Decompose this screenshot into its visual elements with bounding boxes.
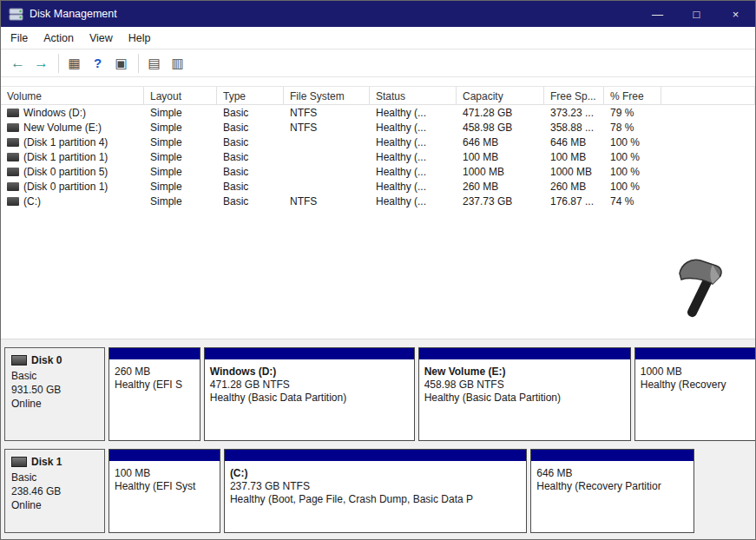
disk0-row: Disk 0 Basic 931.50 GB Online 260 MB Hea… [4, 347, 755, 441]
partition-efi-disk1[interactable]: 100 MB Healthy (EFI Syst [108, 449, 220, 533]
partition-label: 1000 MB Healthy (Recovery [635, 359, 756, 392]
graphical-view: Disk 0 Basic 931.50 GB Online 260 MB Hea… [1, 339, 755, 539]
cell-pct-free: 100 % [604, 181, 661, 193]
column-header-file-system[interactable]: File System [284, 87, 370, 104]
partition-c[interactable]: (C:) 237.73 GB NTFS Healthy (Boot, Page … [224, 449, 527, 533]
cell-free-space: 373.23 ... [544, 107, 604, 119]
console-tree-icon[interactable]: ▦ [63, 53, 85, 74]
cell-file-system: NTFS [284, 122, 370, 134]
back-arrow-icon[interactable]: ← [7, 53, 29, 74]
cell-status: Healthy (... [370, 181, 457, 193]
cell-status: Healthy (... [370, 151, 457, 163]
cell-type: Basic [217, 195, 284, 207]
cell-capacity: 458.98 GB [457, 122, 544, 134]
partition-health: Healthy (EFI Syst [115, 480, 214, 493]
partition-size: 237.73 GB NTFS [230, 480, 521, 493]
column-header-layout[interactable]: Layout [144, 87, 217, 104]
views-icon[interactable]: ▤ [143, 53, 165, 74]
volume-name: (Disk 0 partition 1) [23, 181, 108, 193]
disk-status: Online [11, 498, 98, 512]
partition-title: New Volume (E:) [424, 365, 625, 379]
action-pane-icon[interactable]: ▣ [110, 53, 132, 74]
forward-arrow-icon[interactable]: → [30, 53, 52, 74]
toolbar-separator [58, 54, 59, 73]
column-header-pct-free[interactable]: % Free [604, 87, 661, 104]
window-title: Disk Management [30, 8, 638, 20]
cell-capacity: 237.73 GB [457, 195, 544, 207]
menu-item-file[interactable]: File [3, 27, 36, 49]
close-button[interactable]: × [716, 1, 755, 27]
table-row[interactable]: (C:) Simple Basic NTFS Healthy (... 237.… [1, 194, 755, 208]
cell-pct-free: 79 % [604, 107, 661, 119]
disk0-info-panel[interactable]: Disk 0 Basic 931.50 GB Online [4, 347, 105, 441]
column-header-extra [661, 87, 755, 104]
partition-health: Healthy (Basic Data Partition) [424, 392, 625, 405]
disk-size: 238.46 GB [11, 484, 98, 498]
cell-status: Healthy (... [370, 122, 457, 134]
menu-item-action[interactable]: Action [36, 27, 82, 49]
cell-capacity: 1000 MB [457, 166, 544, 178]
table-row[interactable]: Windows (D:) Simple Basic NTFS Healthy (… [1, 105, 755, 120]
volume-icon [7, 123, 19, 132]
menu-item-view[interactable]: View [82, 27, 121, 49]
cell-layout: Simple [144, 166, 217, 178]
help-icon[interactable]: ? [87, 53, 108, 74]
partition-health: Healthy (EFI S [115, 379, 194, 392]
volume-name: Windows (D:) [23, 107, 86, 119]
partition-windows-d[interactable]: Windows (D:) 471.28 GB NTFS Healthy (Bas… [204, 347, 415, 441]
cell-status: Healthy (... [370, 195, 457, 207]
disk0-partitions: 260 MB Healthy (EFI S Windows (D:) 471.2… [108, 347, 755, 441]
partition-health: Healthy (Recovery [641, 379, 756, 392]
properties-icon[interactable]: ▥ [167, 53, 188, 74]
partition-health: Healthy (Boot, Page File, Crash Dump, Ba… [230, 493, 521, 506]
toolbar-separator [138, 54, 139, 73]
cell-type: Basic [217, 136, 284, 148]
volume-icon [7, 153, 19, 161]
table-header: Volume Layout Type File System Status Ca… [1, 86, 755, 105]
column-header-status[interactable]: Status [370, 87, 457, 104]
volume-name: (Disk 1 partition 4) [23, 136, 108, 148]
partition-health: Healthy (Basic Data Partition) [210, 392, 409, 405]
titlebar[interactable]: Disk Management — □ × [1, 1, 755, 27]
disk-management-window: Disk Management — □ × File Action View H… [0, 0, 756, 540]
cell-free-space: 646 MB [544, 136, 604, 148]
partition-efi-disk0[interactable]: 260 MB Healthy (EFI S [108, 347, 201, 441]
cell-pct-free: 78 % [604, 122, 661, 134]
disk-kind: Basic [11, 471, 98, 484]
partition-new-volume-e[interactable]: New Volume (E:) 458.98 GB NTFS Healthy (… [418, 347, 631, 441]
disk1-partitions: 100 MB Healthy (EFI Syst (C:) 237.73 GB … [108, 449, 755, 533]
disk1-info-panel[interactable]: Disk 1 Basic 238.46 GB Online [4, 449, 105, 533]
volume-icon [7, 109, 19, 117]
hammer-cursor-icon [674, 253, 726, 320]
cell-pct-free: 74 % [604, 195, 661, 207]
column-header-volume[interactable]: Volume [1, 87, 144, 104]
partition-size: 458.98 GB NTFS [424, 379, 625, 392]
volume-icon [7, 197, 19, 206]
partition-color-bar [531, 450, 693, 461]
partition-health: Healthy (Recovery Partitior [536, 480, 687, 493]
cell-layout: Simple [144, 181, 217, 193]
partition-color-bar [109, 348, 200, 359]
column-header-capacity[interactable]: Capacity [457, 87, 544, 104]
column-header-type[interactable]: Type [217, 87, 284, 104]
table-row[interactable]: (Disk 1 partition 1) Simple Basic Health… [1, 149, 755, 164]
partition-label: 260 MB Healthy (EFI S [109, 359, 200, 392]
partition-recovery-disk1[interactable]: 646 MB Healthy (Recovery Partitior [530, 449, 694, 533]
cell-layout: Simple [144, 195, 217, 207]
table-row[interactable]: (Disk 0 partition 5) Simple Basic Health… [1, 164, 755, 179]
cell-file-system: NTFS [284, 195, 370, 207]
table-row[interactable]: New Volume (E:) Simple Basic NTFS Health… [1, 120, 755, 135]
column-header-free-space[interactable]: Free Sp... [544, 87, 604, 104]
partition-label: Windows (D:) 471.28 GB NTFS Healthy (Bas… [205, 359, 414, 405]
menubar: File Action View Help [1, 27, 755, 49]
maximize-button[interactable]: □ [677, 1, 716, 27]
menu-item-help[interactable]: Help [121, 27, 159, 49]
table-row[interactable]: (Disk 0 partition 1) Simple Basic Health… [1, 179, 755, 194]
partition-color-bar [635, 348, 756, 359]
minimize-button[interactable]: — [638, 1, 677, 27]
table-row[interactable]: (Disk 1 partition 4) Simple Basic Health… [1, 135, 755, 149]
cell-type: Basic [217, 107, 284, 119]
cell-pct-free: 100 % [604, 136, 661, 148]
cell-capacity: 471.28 GB [457, 107, 544, 119]
partition-recovery-disk0[interactable]: 1000 MB Healthy (Recovery [634, 347, 756, 441]
